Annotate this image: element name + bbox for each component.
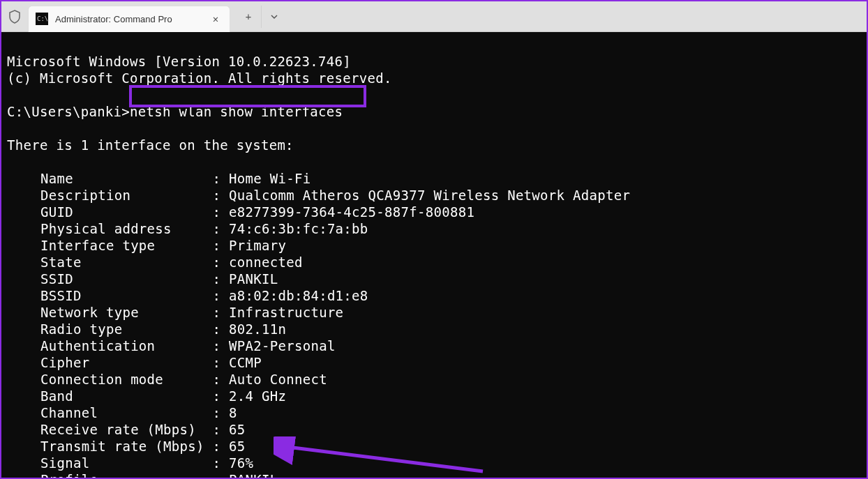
field-label: Name [40, 171, 213, 186]
field-value: 74:c6:3b:fc:7a:bb [229, 221, 368, 236]
field-label: Physical address [40, 221, 213, 236]
field-value: Qualcomm Atheros QCA9377 Wireless Networ… [229, 188, 630, 203]
field-separator: : [213, 355, 229, 370]
field-label: Signal [40, 455, 213, 471]
tab-controls: + [230, 1, 286, 31]
field-value: Home Wi-Fi [229, 171, 310, 186]
field-value: PANKIL [229, 472, 278, 479]
new-tab-button[interactable]: + [236, 6, 261, 28]
field-separator: : [213, 188, 229, 203]
field-label: Band [40, 388, 213, 404]
field-label: Authentication [40, 338, 213, 353]
field-label: Connection mode [40, 372, 213, 387]
field-separator: : [213, 254, 229, 270]
cmd-prompt-icon: C:\ [36, 13, 48, 25]
field-separator: : [213, 271, 229, 287]
command-text: netsh wlan show interfaces [130, 104, 343, 119]
field-value: e8277399-7364-4c25-887f-800881 [229, 204, 474, 220]
field-separator: : [213, 204, 229, 220]
shield-icon [1, 1, 28, 31]
field-label: SSID [40, 271, 213, 287]
copyright-line: (c) Microsoft Corporation. All rights re… [7, 70, 392, 86]
field-value: 2.4 GHz [229, 388, 286, 404]
field-label: Channel [40, 405, 213, 420]
field-value: Auto Connect [229, 372, 327, 387]
svg-text:C:\: C:\ [37, 15, 47, 22]
field-label: Cipher [40, 355, 213, 370]
field-value: 802.11n [229, 321, 286, 337]
field-label: BSSID [40, 288, 213, 303]
terminal-content[interactable]: Microsoft Windows [Version 10.0.22623.74… [1, 32, 867, 478]
field-value: connected [229, 254, 303, 270]
field-separator: : [213, 422, 229, 437]
field-value: a8:02:db:84:d1:e8 [229, 288, 368, 303]
field-value: PANKIL [229, 271, 278, 287]
field-separator: : [213, 472, 229, 479]
field-separator: : [213, 439, 229, 454]
field-value: 8 [229, 405, 237, 420]
field-label: State [40, 254, 213, 270]
field-label: Interface type [40, 238, 213, 253]
windows-version-line: Microsoft Windows [Version 10.0.22623.74… [7, 54, 351, 69]
field-separator: : [213, 238, 229, 253]
field-label: Receive rate (Mbps) [40, 422, 213, 437]
field-separator: : [213, 372, 229, 387]
field-value: Infrastructure [229, 305, 343, 320]
field-label: Description [40, 188, 213, 203]
field-label: Network type [40, 305, 213, 320]
field-separator: : [213, 305, 229, 320]
active-tab[interactable]: C:\ Administrator: Command Pro ✕ [28, 6, 230, 32]
field-label: Profile [40, 472, 213, 479]
field-separator: : [213, 388, 229, 404]
tab-dropdown-button[interactable] [261, 6, 286, 28]
tab-close-button[interactable]: ✕ [209, 12, 223, 26]
field-separator: : [213, 405, 229, 420]
interface-count-line: There is 1 interface on the system: [7, 137, 294, 153]
field-separator: : [213, 338, 229, 353]
field-value: 65 [229, 422, 245, 437]
field-value: WPA2-Personal [229, 338, 336, 353]
field-value: Primary [229, 238, 286, 253]
field-separator: : [213, 321, 229, 337]
field-separator: : [213, 171, 229, 186]
field-value: 76% [229, 455, 253, 471]
field-separator: : [213, 221, 229, 236]
field-value: CCMP [229, 355, 262, 370]
field-label: Radio type [40, 321, 213, 337]
field-label: Transmit rate (Mbps) [40, 439, 213, 454]
field-separator: : [213, 455, 229, 471]
field-separator: : [213, 288, 229, 303]
tab-title: Administrator: Command Pro [55, 14, 209, 24]
prompt: C:\Users\panki> [7, 104, 130, 119]
field-label: GUID [40, 204, 213, 220]
field-value: 65 [229, 439, 245, 454]
title-bar: C:\ Administrator: Command Pro ✕ + [1, 1, 867, 32]
